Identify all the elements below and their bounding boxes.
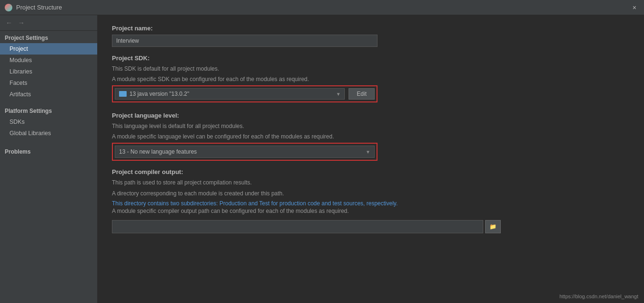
language-dropdown-arrow: ▼ (366, 149, 370, 155)
sidebar-item-libraries[interactable]: Libraries (0, 66, 97, 77)
sdk-edit-button[interactable]: Edit (349, 88, 375, 100)
sdk-row: 13 java version "13.0.2" ▼ Edit (112, 85, 377, 102)
forward-button[interactable]: → (16, 18, 27, 28)
window-title: Project Structure (16, 4, 62, 11)
compiler-desc1: This path is used to store all project c… (112, 178, 630, 187)
sidebar: ← → Project Settings Project Modules Lib… (0, 15, 98, 303)
sidebar-item-sdks-label: SDKs (9, 119, 25, 125)
close-button[interactable]: × (630, 3, 639, 12)
compiler-desc2: A directory corresponding to each module… (112, 189, 630, 198)
content-area: Project name: Project SDK: This SDK is d… (98, 15, 644, 303)
project-sdk-section: Project SDK: This SDK is default for all… (112, 55, 630, 102)
problems-section: Problems (0, 145, 97, 157)
project-compiler-output-section: Project compiler output: This path is us… (112, 168, 630, 233)
sidebar-item-artifacts[interactable]: Artifacts (0, 89, 97, 100)
project-lang-desc2: A module specific language level can be … (112, 132, 630, 141)
project-language-level-label: Project language level: (112, 112, 630, 119)
title-bar-left: Project Structure (5, 4, 62, 11)
project-sdk-desc1: This SDK is default for all project modu… (112, 64, 630, 73)
title-bar: Project Structure × (0, 0, 644, 15)
platform-settings-header: Platform Settings (0, 104, 97, 116)
sidebar-item-project-label: Project (9, 46, 28, 52)
project-name-input[interactable] (112, 35, 377, 47)
sidebar-item-project[interactable]: Project (0, 43, 97, 55)
compiler-output-folder-button[interactable]: 📁 (485, 220, 501, 233)
sdk-dropdown-text: 13 java version "13.0.2" (129, 91, 333, 97)
language-level-dropdown-row: 13 - No new language features ▼ (112, 143, 377, 161)
sdk-dropdown-arrow: ▼ (336, 92, 340, 97)
project-lang-desc1: This language level is default for all p… (112, 122, 630, 130)
sidebar-item-modules[interactable]: Modules (0, 55, 97, 66)
language-level-dropdown-text: 13 - No new language features (119, 148, 363, 155)
project-sdk-desc2: A module specific SDK can be configured … (112, 75, 630, 83)
project-name-group: Project name: (112, 25, 630, 47)
sidebar-item-facets-label: Facets (9, 80, 28, 86)
main-container: ← → Project Settings Project Modules Lib… (0, 15, 644, 303)
sidebar-item-global-libraries-label: Global Libraries (9, 130, 51, 137)
sidebar-item-facets[interactable]: Facets (0, 77, 97, 89)
compiler-output-input[interactable] (112, 220, 483, 233)
sidebar-item-global-libraries[interactable]: Global Libraries (0, 128, 97, 139)
compiler-desc4: A module specific compiler output path c… (112, 207, 630, 216)
problems-header: Problems (0, 145, 97, 157)
sidebar-item-sdks[interactable]: SDKs (0, 116, 97, 128)
project-settings-header: Project Settings (0, 31, 97, 43)
app-icon (5, 4, 12, 11)
sdk-folder-icon (119, 91, 127, 97)
project-name-label: Project name: (112, 25, 630, 32)
sdk-dropdown[interactable]: 13 java version "13.0.2" ▼ (115, 88, 345, 100)
platform-settings-section: Platform Settings SDKs Global Libraries (0, 104, 97, 139)
footer-link: https://blog.csdn.net/daniel_wangt (560, 294, 638, 299)
sidebar-item-artifacts-label: Artifacts (9, 91, 31, 98)
compiler-output-label: Project compiler output: (112, 168, 630, 175)
folder-icon: 📁 (489, 223, 497, 230)
back-button[interactable]: ← (4, 18, 14, 28)
project-sdk-label: Project SDK: (112, 55, 630, 62)
compiler-desc3: This directory contains two subdirectori… (112, 200, 630, 207)
nav-arrows: ← → (0, 15, 97, 31)
sidebar-item-libraries-label: Libraries (9, 68, 32, 75)
sidebar-item-modules-label: Modules (9, 57, 32, 64)
project-language-level-section: Project language level: This language le… (112, 112, 630, 161)
compiler-output-row: 📁 (112, 220, 501, 233)
language-level-dropdown[interactable]: 13 - No new language features ▼ (115, 146, 375, 158)
